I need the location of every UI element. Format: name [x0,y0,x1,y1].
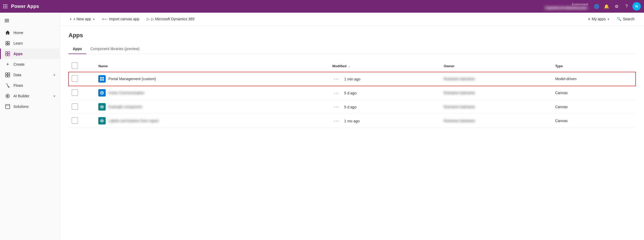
tab-component-libraries[interactable]: Component libraries (preview) [86,44,144,54]
sidebar-label-flows: Flows [13,83,56,88]
app-icon-canvas2 [98,117,106,124]
row-name-cell: Labels and buttons from report [95,114,329,128]
app-launcher-icon[interactable] [3,4,7,8]
svg-rect-2 [5,22,9,22]
hamburger-menu[interactable] [2,16,12,25]
three-dots-r3[interactable]: ··· [332,104,341,110]
sidebar-label-solutions: Solutions [13,104,56,109]
row-owner-cell: firstname lastname [441,100,552,114]
tab-apps[interactable]: Apps [69,44,86,54]
modified-time: 5 d ago [344,91,357,95]
search-button[interactable]: 🔍 Search [614,15,638,23]
sidebar-item-solutions[interactable]: Solutions [0,101,60,112]
app-name: Portal Management (custom) [108,77,156,81]
sidebar-item-apps[interactable]: Apps [0,49,60,59]
owner-name: firstname lastname [444,91,475,95]
column-header-owner[interactable]: Owner [441,60,552,72]
dynamics-365-button[interactable]: ▷ ▷ Microsoft Dynamics 365 [144,15,198,23]
ai-builder-chevron-icon: ∨ [53,94,56,98]
three-dots-r4[interactable]: ··· [332,118,341,124]
row-modified-cell: ··· 5 d ago [329,86,441,100]
column-header-name[interactable]: Name [95,60,329,72]
help-icon[interactable]: ? [622,2,631,11]
sidebar-item-home[interactable]: Home [0,27,60,38]
svg-rect-6 [8,44,9,45]
svg-rect-19 [100,77,102,79]
environment-selector[interactable]: Environment orgname.crm.dynamics.com [544,3,588,10]
row-checkbox[interactable] [72,117,78,124]
sidebar-item-learn[interactable]: Learn [0,38,60,49]
new-app-chevron-icon: ∨ [93,17,95,21]
filter-icon: ≡ [588,17,590,21]
svg-point-16 [7,95,8,97]
svg-rect-14 [8,75,10,77]
app-type: Canvas [555,105,568,109]
table-row[interactable]: Portal Management (custom) ··· 1 min ago… [69,72,636,86]
row-checkbox-cell[interactable] [69,72,95,86]
app-type: Canvas [555,119,568,123]
dynamics-icon: ▷ [147,17,150,21]
svg-rect-8 [8,52,10,54]
table-row[interactable]: Crisis Communication ··· 5 d ago firstna… [69,86,636,100]
row-type-cell: Canvas [552,114,636,128]
three-dots-r2[interactable]: ··· [332,90,341,96]
home-icon [5,30,10,35]
row-owner-cell: firstname lastname [441,114,552,128]
table-row[interactable]: Labels and buttons from report ··· 1 mo … [69,114,636,128]
notification-icon[interactable]: 🔔 [602,2,611,11]
modified-time: 5 d ago [344,105,357,109]
row-modified-cell: ··· 5 d ago [329,100,441,114]
sidebar-item-flows[interactable]: Flows [0,80,60,91]
row-type-cell: Canvas [552,100,636,114]
sidebar-label-create: Create [13,62,56,66]
three-dots-r1[interactable]: ··· [332,76,341,82]
app-icon-canvas2 [98,103,106,111]
row-checkbox[interactable] [72,89,78,96]
column-header-type[interactable]: Type [552,60,636,72]
import-canvas-button[interactable]: ⟵ Import canvas app [99,15,143,23]
sidebar-item-ai-builder[interactable]: AI Builder ∨ [0,91,60,101]
new-app-icon: + [70,17,72,21]
app-name: Labels and buttons from report [108,119,159,123]
app-name: Crisis Communication [108,91,144,95]
row-checkbox-cell[interactable] [69,86,95,100]
search-icon: 🔍 [617,17,621,21]
app-title: Power Apps [11,4,39,9]
top-navigation: Power Apps Environment orgname.crm.dynam… [0,0,644,13]
sidebar-item-create[interactable]: + Create [0,59,60,70]
globe-icon[interactable]: 🌐 [592,2,601,11]
svg-rect-4 [8,41,9,43]
avatar[interactable]: N [632,2,641,11]
row-checkbox-cell[interactable] [69,114,95,128]
column-header-modified[interactable]: Modified ↓ [329,60,441,72]
data-icon [5,72,10,78]
apps-icon [5,51,10,56]
create-icon: + [5,62,10,67]
svg-rect-9 [6,54,7,56]
environment-label: Environment [572,3,588,6]
row-name-cell: Example component [95,100,329,114]
content-area: Apps Apps Component libraries (preview) [60,26,644,134]
my-apps-chevron-icon: ∨ [607,17,609,21]
row-checkbox[interactable] [72,75,78,82]
toolbar: + + New app ∨ ⟵ Import canvas app ▷ ▷ Mi… [60,13,644,26]
sort-icon: ↓ [348,65,350,68]
settings-icon[interactable]: ⚙ [612,2,621,11]
search-label: Search [623,17,635,21]
row-type-cell: Canvas [552,86,636,100]
new-app-button[interactable]: + + New app ∨ [66,15,98,23]
svg-rect-22 [102,79,104,81]
app-type: Canvas [555,91,568,95]
sidebar-item-data[interactable]: Data ∨ [0,70,60,80]
row-name-cell: Portal Management (custom) [95,72,329,86]
my-apps-button[interactable]: ≡ My apps ∨ [585,15,613,23]
app-type: Model-driven [555,77,577,81]
select-all-checkbox[interactable] [72,63,78,69]
svg-rect-13 [6,75,7,77]
svg-rect-11 [6,73,7,75]
sidebar-label-learn: Learn [13,41,56,45]
row-checkbox[interactable] [72,103,78,110]
table-row[interactable]: Example component ··· 5 d ago firstname … [69,100,636,114]
row-name-cell: Crisis Communication [95,86,329,100]
row-checkbox-cell[interactable] [69,100,95,114]
